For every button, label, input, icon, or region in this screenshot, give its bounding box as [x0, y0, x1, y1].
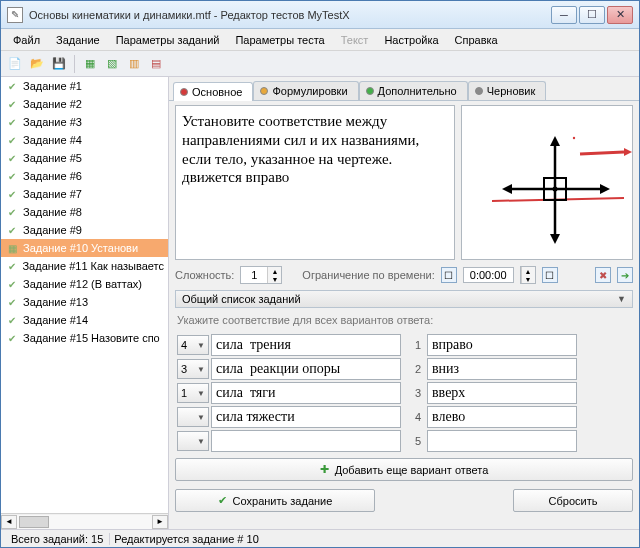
clear-image-button[interactable]: ✖: [595, 267, 611, 283]
minimize-button[interactable]: ─: [551, 6, 577, 24]
answer-right-input[interactable]: [427, 430, 577, 452]
timelimit-toggle[interactable]: ☐: [441, 267, 457, 283]
tab-main[interactable]: Основное: [173, 82, 253, 101]
answer-left-input[interactable]: [211, 430, 401, 452]
dot-icon: [180, 88, 188, 96]
spin-up-icon[interactable]: ▲: [267, 267, 281, 275]
copy-task-icon[interactable]: ▧: [102, 54, 122, 74]
answer-left-input[interactable]: [211, 382, 401, 404]
task-list[interactable]: ✔Задание #1✔Задание #2✔Задание #3✔Задани…: [1, 77, 168, 513]
add-variant-button[interactable]: ✚ Добавить еще вариант ответа: [175, 458, 633, 481]
answer-left-input[interactable]: [211, 406, 401, 428]
answer-number: 1: [411, 334, 425, 356]
answer-left-input[interactable]: [211, 334, 401, 356]
save-task-button[interactable]: ✔ Сохранить задание: [175, 489, 375, 512]
dot-icon: [260, 87, 268, 95]
menu-params-test[interactable]: Параметры теста: [227, 32, 332, 48]
tabs: Основное Формулировки Дополнительно Черн…: [169, 77, 639, 101]
tab-label: Черновик: [487, 85, 536, 97]
timelimit-value[interactable]: 0:00:00: [463, 267, 514, 283]
task-label: Задание #13: [23, 296, 88, 308]
task-item[interactable]: ✔Задание #7: [1, 185, 168, 203]
time-spinner[interactable]: ▲▼: [520, 266, 536, 284]
new-icon[interactable]: 📄: [5, 54, 25, 74]
answer-right-row: 3: [411, 382, 577, 404]
task-label: Задание #14: [23, 314, 88, 326]
scroll-track[interactable]: [17, 515, 152, 529]
dot-icon: [475, 87, 483, 95]
answer-match-select[interactable]: ▼: [177, 407, 209, 427]
tab-draft[interactable]: Черновик: [468, 81, 547, 100]
answer-right-input[interactable]: [427, 334, 577, 356]
answer-match-select[interactable]: ▼: [177, 431, 209, 451]
menu-text: Текст: [333, 32, 377, 48]
task-list-header[interactable]: Общий список заданий ▼: [175, 290, 633, 308]
task-label: Задание #11 Как называетс: [22, 260, 164, 272]
task-item[interactable]: ▦Задание #10 Установи: [1, 239, 168, 257]
close-button[interactable]: ✕: [607, 6, 633, 24]
spin-down-icon[interactable]: ▼: [521, 275, 535, 283]
maximize-button[interactable]: ☐: [579, 6, 605, 24]
task-item[interactable]: ✔Задание #15 Назовите спо: [1, 329, 168, 347]
menu-file[interactable]: Файл: [5, 32, 48, 48]
task-item[interactable]: ✔Задание #12 (В ваттах): [1, 275, 168, 293]
time-extra-button[interactable]: ☐: [542, 267, 558, 283]
scroll-left-icon[interactable]: ◄: [1, 515, 17, 529]
task-check-icon: ✔: [5, 295, 19, 309]
task-item[interactable]: ✔Задание #14: [1, 311, 168, 329]
load-image-button[interactable]: ➔: [617, 267, 633, 283]
spin-down-icon[interactable]: ▼: [267, 275, 281, 283]
svg-marker-12: [502, 184, 512, 194]
toolbar-separator: [74, 55, 75, 73]
tab-extra[interactable]: Дополнительно: [359, 81, 468, 100]
answer-right-input[interactable]: [427, 382, 577, 404]
answer-match-select[interactable]: 1▼: [177, 383, 209, 403]
task-item[interactable]: ✔Задание #11 Как называетс: [1, 257, 168, 275]
save-icon[interactable]: 💾: [49, 54, 69, 74]
add-task-icon[interactable]: ▦: [80, 54, 100, 74]
task-item[interactable]: ✔Задание #3: [1, 113, 168, 131]
task-item[interactable]: ✔Задание #8: [1, 203, 168, 221]
answer-match-select[interactable]: 4▼: [177, 335, 209, 355]
add-variant-label: Добавить еще вариант ответа: [335, 464, 489, 476]
reset-button[interactable]: Сбросить: [513, 489, 633, 512]
complexity-spinner[interactable]: ▲▼: [240, 266, 282, 284]
task-item[interactable]: ✔Задание #13: [1, 293, 168, 311]
task-item[interactable]: ✔Задание #6: [1, 167, 168, 185]
answer-match-select[interactable]: 3▼: [177, 359, 209, 379]
delete-task-icon[interactable]: ▤: [146, 54, 166, 74]
spin-up-icon[interactable]: ▲: [521, 267, 535, 275]
answer-left-input[interactable]: [211, 358, 401, 380]
main-panel: Основное Формулировки Дополнительно Черн…: [169, 77, 639, 529]
question-image[interactable]: [461, 105, 633, 260]
task-item[interactable]: ✔Задание #4: [1, 131, 168, 149]
menu-task[interactable]: Задание: [48, 32, 108, 48]
task-label: Задание #8: [23, 206, 82, 218]
answer-right-input[interactable]: [427, 406, 577, 428]
scroll-right-icon[interactable]: ►: [152, 515, 168, 529]
menu-params-tasks[interactable]: Параметры заданий: [108, 32, 228, 48]
answer-left-row: 3▼: [177, 358, 401, 380]
tab-label: Формулировки: [272, 85, 347, 97]
edit-task-icon[interactable]: ▥: [124, 54, 144, 74]
status-editing: Редактируется задание # 10: [109, 533, 262, 545]
complexity-input[interactable]: [241, 267, 267, 283]
task-item[interactable]: ✔Задание #2: [1, 95, 168, 113]
task-label: Задание #3: [23, 116, 82, 128]
task-item[interactable]: ✔Задание #1: [1, 77, 168, 95]
answers-grid: 4▼3▼1▼▼▼ 12345: [175, 332, 633, 454]
menu-help[interactable]: Справка: [447, 32, 506, 48]
question-row: Установите соответствие между направлени…: [175, 105, 633, 260]
question-text[interactable]: Установите соответствие между направлени…: [175, 105, 455, 260]
scroll-thumb[interactable]: [19, 516, 49, 528]
sidebar-hscroll[interactable]: ◄ ►: [1, 513, 168, 529]
menu-settings[interactable]: Настройка: [376, 32, 446, 48]
task-item[interactable]: ✔Задание #9: [1, 221, 168, 239]
menubar: Файл Задание Параметры заданий Параметры…: [1, 29, 639, 51]
answer-right-input[interactable]: [427, 358, 577, 380]
open-icon[interactable]: 📂: [27, 54, 47, 74]
plus-icon: ✚: [320, 463, 329, 476]
task-item[interactable]: ✔Задание #5: [1, 149, 168, 167]
statusbar: Всего заданий: 15 Редактируется задание …: [1, 529, 639, 547]
tab-formulations[interactable]: Формулировки: [253, 81, 358, 100]
